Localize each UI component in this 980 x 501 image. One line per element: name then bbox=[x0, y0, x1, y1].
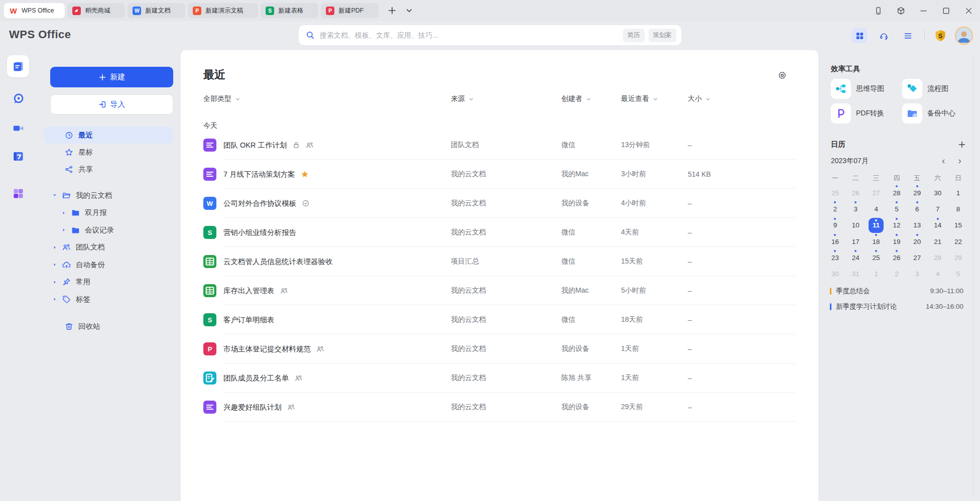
calendar-day[interactable]: 7 bbox=[927, 201, 948, 217]
calendar-day[interactable]: 14 bbox=[927, 217, 948, 233]
filter-source[interactable]: 来源 bbox=[451, 94, 561, 103]
caret-right-icon[interactable] bbox=[61, 227, 66, 232]
calendar-day[interactable]: 1 bbox=[866, 266, 887, 282]
calendar-day[interactable]: 4 bbox=[927, 266, 948, 282]
calendar-event[interactable]: 季度总结会 9:30–11:00 bbox=[830, 283, 963, 299]
tool-mindmap[interactable]: 思维导图 bbox=[831, 79, 902, 99]
filter-creator[interactable]: 创建者 bbox=[561, 94, 621, 103]
file-row[interactable]: 库存出入管理表 我的云文档 我的Mac 5小时前 – bbox=[181, 276, 818, 305]
next-month-button[interactable] bbox=[956, 158, 963, 165]
file-row[interactable]: 7 月线下活动策划方案 我的云文档 我的Mac 3小时前 514 KB bbox=[181, 160, 818, 189]
calendar-day[interactable]: 2 bbox=[887, 266, 907, 282]
rail-item-calendar[interactable] bbox=[7, 145, 29, 167]
file-row[interactable]: S 营销小组业绩分析报告 我的云文档 微信 4天前 – bbox=[181, 218, 818, 247]
sidebar-item-team-docs[interactable]: 团队文档 bbox=[44, 239, 173, 257]
calendar-day[interactable]: 4 bbox=[866, 201, 887, 217]
sidebar-item-starred[interactable]: 星标 bbox=[44, 144, 173, 161]
calendar-day[interactable]: 12 bbox=[887, 217, 907, 233]
calendar-day[interactable]: 11 bbox=[866, 217, 887, 233]
calendar-day[interactable]: 19 bbox=[887, 233, 907, 249]
tab-wps[interactable]: W WPS Office bbox=[4, 3, 65, 18]
file-row[interactable]: 团队成员及分工名单 我的云文档 陈旭 共享 1天前 – bbox=[181, 363, 818, 393]
calendar-day[interactable]: 15 bbox=[948, 217, 968, 233]
calendar-day[interactable]: 25 bbox=[866, 249, 887, 266]
settings-gear-icon[interactable] bbox=[777, 70, 787, 80]
calendar-day[interactable]: 25 bbox=[825, 185, 845, 201]
new-tab-button[interactable] bbox=[388, 6, 397, 15]
calendar-day[interactable]: 5 bbox=[948, 266, 968, 282]
sidebar-item-auto-backup[interactable]: 自动备份 bbox=[44, 256, 173, 274]
sidebar-item-bimonthly-report[interactable]: 双月报 bbox=[44, 204, 173, 222]
tool-flowchart[interactable]: 流程图 bbox=[902, 79, 955, 99]
calendar-day[interactable]: 17 bbox=[845, 233, 866, 249]
calendar-day[interactable]: 10 bbox=[845, 217, 866, 233]
close-button[interactable] bbox=[964, 7, 973, 15]
tab-pdf[interactable]: P 新建PDF bbox=[321, 3, 379, 18]
caret-right-icon[interactable] bbox=[52, 280, 57, 285]
sidebar-item-recent[interactable]: 最近 bbox=[44, 127, 173, 144]
caret-right-icon[interactable] bbox=[52, 297, 57, 302]
search-input[interactable] bbox=[320, 31, 623, 39]
tab-sheet[interactable]: S 新建表格 bbox=[261, 3, 318, 18]
calendar-day[interactable]: 13 bbox=[907, 217, 927, 233]
calendar-day[interactable]: 5 bbox=[887, 201, 907, 217]
search-bar[interactable]: 简历策划案 bbox=[299, 25, 681, 45]
calendar-day[interactable]: 20 bbox=[907, 233, 927, 249]
calendar-day[interactable]: 26 bbox=[887, 249, 907, 266]
calendar-day[interactable]: 21 bbox=[927, 233, 948, 249]
calendar-day[interactable]: 9 bbox=[825, 217, 845, 233]
user-avatar[interactable] bbox=[956, 28, 972, 44]
tab-list-chevron[interactable] bbox=[405, 6, 414, 15]
sidebar-item-tags[interactable]: 标签 bbox=[44, 291, 173, 308]
minimize-button[interactable] bbox=[919, 7, 928, 15]
calendar-day[interactable]: 28 bbox=[887, 185, 907, 201]
caret-right-icon[interactable] bbox=[52, 245, 57, 250]
calendar-day[interactable]: 26 bbox=[845, 185, 866, 201]
calendar-day[interactable]: 1 bbox=[948, 185, 968, 201]
sidebar-item-trash[interactable]: 回收站 bbox=[44, 318, 173, 335]
tab-writer[interactable]: W 新建文档 bbox=[128, 3, 185, 18]
calendar-day[interactable]: 29 bbox=[948, 249, 968, 266]
calendar-day[interactable]: 18 bbox=[866, 233, 887, 249]
apps-grid-button[interactable] bbox=[852, 28, 867, 43]
tab-docer[interactable]: 稻壳商城 bbox=[67, 3, 125, 18]
sidebar-item-meeting-notes[interactable]: 会议记录 bbox=[44, 221, 173, 239]
workspace-icon[interactable] bbox=[897, 7, 905, 15]
file-row[interactable]: S 客户订单明细表 我的云文档 微信 18天前 – bbox=[181, 305, 818, 334]
calendar-day[interactable]: 30 bbox=[825, 266, 845, 282]
rail-item-apps[interactable] bbox=[7, 182, 29, 204]
calendar-day[interactable]: 27 bbox=[907, 249, 927, 266]
filter-all-types[interactable]: 全部类型 bbox=[203, 94, 451, 103]
calendar-day[interactable]: 23 bbox=[825, 249, 845, 266]
import-button[interactable]: 导入 bbox=[50, 94, 173, 114]
sidebar-item-my-cloud-docs[interactable]: 我的云文档 bbox=[44, 187, 173, 204]
filter-last-viewed[interactable]: 最近查看 bbox=[621, 94, 688, 103]
calendar-day[interactable]: 6 bbox=[907, 201, 927, 217]
file-row[interactable]: P 市场主体登记提交材料规范 我的云文档 我的设备 1天前 – bbox=[181, 334, 818, 363]
file-row[interactable]: 团队 OKR 工作计划 团队文档 微信 13分钟前 – bbox=[181, 131, 818, 160]
calendar-day[interactable]: 16 bbox=[825, 233, 845, 249]
member-badge-icon[interactable]: S bbox=[934, 29, 947, 42]
sidebar-item-frequent[interactable]: 常用 bbox=[44, 274, 173, 291]
calendar-day[interactable]: 3 bbox=[845, 201, 866, 217]
caret-right-icon[interactable] bbox=[61, 210, 66, 215]
tool-pdf-convert[interactable]: PDF转换 bbox=[831, 103, 902, 123]
caret-down-icon[interactable] bbox=[52, 193, 57, 198]
filter-size[interactable]: 大小 bbox=[688, 94, 748, 103]
calendar-day[interactable]: 28 bbox=[927, 249, 948, 266]
calendar-day[interactable]: 31 bbox=[845, 266, 866, 282]
calendar-day[interactable]: 3 bbox=[907, 266, 927, 282]
calendar-day[interactable]: 22 bbox=[948, 233, 968, 249]
prev-month-button[interactable] bbox=[940, 158, 947, 165]
search-suggestion-tag[interactable]: 策划案 bbox=[649, 29, 677, 42]
caret-right-icon[interactable] bbox=[52, 262, 57, 267]
support-headset-button[interactable] bbox=[876, 28, 891, 43]
file-row[interactable]: W 公司对外合作协议模板 我的云文档 我的设备 4小时前 – bbox=[181, 189, 818, 218]
rail-item-documents[interactable] bbox=[7, 55, 29, 77]
add-event-button[interactable] bbox=[958, 141, 966, 149]
calendar-day[interactable]: 8 bbox=[948, 201, 968, 217]
calendar-day[interactable]: 29 bbox=[907, 185, 927, 201]
rail-item-chat[interactable] bbox=[7, 87, 29, 109]
tab-ppt[interactable]: P 新建演示文稿 bbox=[188, 3, 258, 18]
calendar-day[interactable]: 2 bbox=[825, 201, 845, 217]
